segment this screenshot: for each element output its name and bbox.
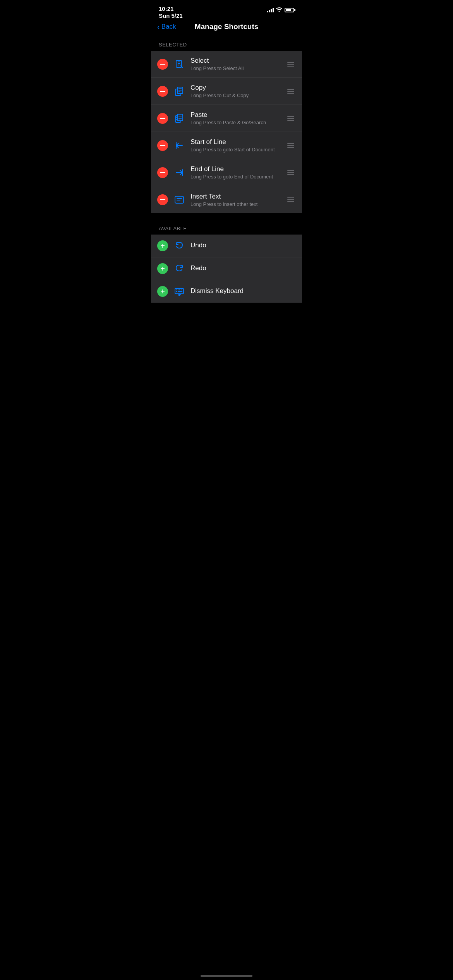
list-item: Insert Text Long Press to insert other t… xyxy=(151,186,302,213)
drag-handle[interactable] xyxy=(286,87,296,95)
selected-section-header: SELECTED xyxy=(151,37,302,51)
select-text: Select Long Press to Select All xyxy=(190,57,286,71)
drag-handle[interactable] xyxy=(286,60,296,68)
copy-title: Copy xyxy=(190,84,286,92)
list-item: Select Long Press to Select All xyxy=(151,51,302,78)
paste-icon xyxy=(173,112,186,125)
drag-handle[interactable] xyxy=(286,142,296,149)
end-of-line-title: End of Line xyxy=(190,165,286,173)
remove-insert-text-button[interactable] xyxy=(157,194,168,205)
start-of-line-text: Start of Line Long Press to goto Start o… xyxy=(190,138,286,152)
start-of-line-subtitle: Long Press to goto Start of Document xyxy=(190,147,286,152)
copy-text: Copy Long Press to Cut & Copy xyxy=(190,84,286,98)
back-chevron-icon: ‹ xyxy=(157,23,160,31)
paste-title: Paste xyxy=(190,111,286,119)
start-of-line-title: Start of Line xyxy=(190,138,286,146)
undo-icon xyxy=(173,239,186,252)
plus-icon: + xyxy=(160,242,165,250)
status-time: 10:21 Sun 5/21 xyxy=(159,5,183,19)
insert-text-title: Insert Text xyxy=(190,193,286,200)
start-of-line-icon xyxy=(173,139,186,152)
list-item: Paste Long Press to Paste & Go/Search xyxy=(151,105,302,132)
status-icons xyxy=(267,5,294,13)
selected-list: Select Long Press to Select All Copy Lon… xyxy=(151,51,302,213)
drag-handle[interactable] xyxy=(286,196,296,204)
remove-end-of-line-button[interactable] xyxy=(157,167,168,178)
page-title: Manage Shortcuts xyxy=(195,22,259,31)
copy-subtitle: Long Press to Cut & Copy xyxy=(190,93,286,98)
remove-paste-button[interactable] xyxy=(157,113,168,124)
plus-icon: + xyxy=(160,265,165,272)
drag-handle[interactable] xyxy=(286,169,296,176)
remove-start-of-line-button[interactable] xyxy=(157,140,168,151)
insert-text-subtitle: Long Press to insert other text xyxy=(190,201,286,207)
redo-text: Redo xyxy=(190,264,296,273)
status-bar: 10:21 Sun 5/21 xyxy=(151,0,302,19)
list-item: Copy Long Press to Cut & Copy xyxy=(151,78,302,105)
insert-text-icon xyxy=(173,193,186,206)
select-title: Select xyxy=(190,57,286,65)
list-item: Start of Line Long Press to goto Start o… xyxy=(151,132,302,159)
plus-icon: + xyxy=(160,288,165,295)
list-item: + Undo xyxy=(151,235,302,257)
available-list: + Undo + Redo + xyxy=(151,235,302,303)
back-button[interactable]: ‹ Back xyxy=(157,23,176,31)
wifi-icon xyxy=(276,7,282,13)
end-of-line-text: End of Line Long Press to goto End of Do… xyxy=(190,165,286,180)
redo-title: Redo xyxy=(190,264,296,272)
back-label: Back xyxy=(161,23,176,31)
list-item: + Dismiss Keyboard xyxy=(151,280,302,303)
copy-icon xyxy=(173,85,186,98)
list-item: + Redo xyxy=(151,257,302,280)
add-redo-button[interactable]: + xyxy=(157,263,168,274)
undo-text: Undo xyxy=(190,242,296,250)
battery-icon xyxy=(285,8,294,12)
dismiss-keyboard-text: Dismiss Keyboard xyxy=(190,287,296,296)
signal-icon xyxy=(267,8,274,12)
add-dismiss-keyboard-button[interactable]: + xyxy=(157,286,168,297)
dismiss-keyboard-icon xyxy=(173,285,186,298)
svg-rect-11 xyxy=(175,196,184,203)
insert-text-text: Insert Text Long Press to insert other t… xyxy=(190,193,286,207)
paste-subtitle: Long Press to Paste & Go/Search xyxy=(190,120,286,125)
end-of-line-icon xyxy=(173,166,186,179)
list-item: End of Line Long Press to goto End of Do… xyxy=(151,159,302,186)
select-subtitle: Long Press to Select All xyxy=(190,65,286,71)
paste-text: Paste Long Press to Paste & Go/Search xyxy=(190,111,286,125)
redo-icon xyxy=(173,262,186,275)
nav-bar: ‹ Back Manage Shortcuts xyxy=(151,19,302,37)
available-section-header: AVAILABLE xyxy=(151,221,302,235)
remove-copy-button[interactable] xyxy=(157,86,168,97)
add-undo-button[interactable]: + xyxy=(157,240,168,251)
drag-handle[interactable] xyxy=(286,115,296,122)
end-of-line-subtitle: Long Press to goto End of Document xyxy=(190,174,286,180)
dismiss-keyboard-title: Dismiss Keyboard xyxy=(190,287,296,295)
select-icon xyxy=(173,58,186,71)
remove-select-button[interactable] xyxy=(157,59,168,70)
undo-title: Undo xyxy=(190,242,296,249)
